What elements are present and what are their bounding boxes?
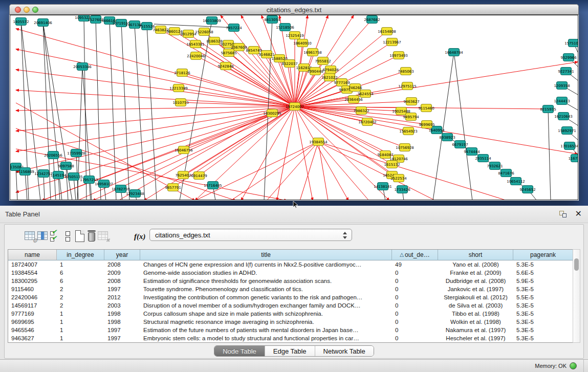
- select-rows-icon[interactable]: ✔ ✔: [49, 230, 62, 243]
- scrollbar-thumb[interactable]: [574, 258, 579, 271]
- table-cell[interactable]: 1: [57, 260, 104, 269]
- graph-node[interactable]: 1244413: [554, 97, 570, 105]
- graph-edge[interactable]: [295, 52, 313, 106]
- vertical-scrollbar[interactable]: [573, 249, 580, 343]
- graph-node[interactable]: 3624554: [357, 90, 374, 98]
- table-cell[interactable]: Wolkin et al. (1998): [438, 318, 513, 326]
- graph-node[interactable]: 7986322: [353, 107, 369, 115]
- graph-edge[interactable]: [295, 106, 313, 200]
- table-cell[interactable]: 5.6E-5: [513, 269, 573, 277]
- graph-node[interactable]: 9184087: [377, 151, 393, 159]
- window-titlebar[interactable]: citations_edges.txt: [9, 4, 579, 15]
- table-cell[interactable]: 0: [392, 269, 438, 277]
- table-cell[interactable]: 9465546: [8, 326, 57, 334]
- table-cell[interactable]: 2012: [104, 293, 140, 301]
- table-cell[interactable]: 6: [57, 277, 104, 285]
- graph-node[interactable]: 1621022: [321, 74, 337, 81]
- column-header-name[interactable]: name: [8, 250, 57, 260]
- graph-node[interactable]: 12213389: [169, 84, 188, 92]
- table-row[interactable]: 1938455462009Genome-wide association stu…: [8, 269, 573, 277]
- graph-node[interactable]: 6914479: [191, 172, 207, 180]
- graph-node[interactable]: 9227341: [558, 68, 574, 75]
- table-row[interactable]: 946362711997Embryonic stem cells: a mode…: [8, 334, 573, 342]
- table-cell[interactable]: 5.3E-5: [513, 318, 573, 326]
- table-cell[interactable]: 2: [57, 301, 104, 310]
- table-cell[interactable]: 1: [57, 334, 104, 342]
- graph-node[interactable]: 2718126: [174, 69, 190, 77]
- table-cell[interactable]: Tourette syndrome. Phenomenology and cla…: [140, 285, 392, 293]
- table-cell[interactable]: 18724007: [8, 260, 57, 269]
- graph-node[interactable]: 7955812: [315, 57, 331, 65]
- table-cell[interactable]: 5.3E-5: [513, 334, 573, 342]
- graph-node[interactable]: 5875685: [221, 49, 236, 57]
- table-row[interactable]: 946554611997Estimation of the future num…: [8, 326, 573, 334]
- table-cell[interactable]: 1997: [104, 285, 140, 293]
- graph-edge[interactable]: [147, 26, 157, 200]
- graph-edge[interactable]: [300, 142, 318, 200]
- table-cell[interactable]: 1: [57, 310, 104, 318]
- column-header-pagerank[interactable]: pagerank: [513, 250, 573, 260]
- table-cell[interactable]: Yano et al. (2008): [438, 260, 513, 269]
- graph-node[interactable]: 14138141: [374, 183, 392, 190]
- graph-node[interactable]: 9777169: [334, 79, 350, 86]
- graph-node[interactable]: 15751074: [564, 39, 578, 47]
- table-cell[interactable]: 2: [57, 285, 104, 293]
- table-cell[interactable]: Hescheler et al. (1997): [438, 334, 513, 342]
- graph-node[interactable]: 16648784: [445, 49, 463, 56]
- graph-node[interactable]: 9329966: [560, 54, 577, 61]
- table-cell[interactable]: Corpus callosum shape and size in male p…: [140, 310, 392, 318]
- table-cell[interactable]: 0: [392, 334, 438, 342]
- graph-node[interactable]: 6679197: [452, 141, 468, 148]
- graph-node[interactable]: 9495794: [403, 113, 419, 121]
- graph-node[interactable]: 7857224: [226, 24, 242, 32]
- network-canvas[interactable]: 1405572206914061095323715276029466160107…: [10, 15, 578, 200]
- table-cell[interactable]: 9777169: [8, 310, 57, 318]
- table-cell[interactable]: 18300295: [8, 277, 57, 285]
- graph-edge[interactable]: [318, 142, 328, 200]
- graph-node[interactable]: 9857791: [165, 184, 181, 191]
- table-cell[interactable]: 0: [392, 277, 438, 285]
- graph-edge[interactable]: [318, 142, 369, 200]
- graph-node[interactable]: 2935114: [475, 155, 491, 162]
- table-cell[interactable]: 5.3E-5: [513, 285, 573, 293]
- graph-node[interactable]: 16033809: [203, 17, 221, 25]
- table-cell[interactable]: Nakamura et al. (1997): [438, 326, 513, 334]
- graph-edge[interactable]: [548, 109, 551, 200]
- table-cell[interactable]: Estimation of significance thresholds fo…: [140, 277, 392, 285]
- table-cell[interactable]: 19384554: [8, 269, 57, 277]
- graph-node[interactable]: 16961758: [303, 49, 322, 56]
- graph-node[interactable]: 8322037: [281, 60, 297, 68]
- graph-edge[interactable]: [318, 142, 435, 200]
- graph-node[interactable]: 10654112: [507, 178, 525, 185]
- graph-node[interactable]: 1990448: [307, 68, 323, 75]
- table-cell[interactable]: Tibbo et al. (1998): [438, 310, 513, 318]
- graph-node[interactable]: 8471676: [498, 169, 514, 177]
- graph-node[interactable]: 9463627: [403, 98, 419, 105]
- graph-edge[interactable]: [195, 142, 318, 200]
- column-header-out_de[interactable]: △out_de…: [392, 250, 438, 260]
- table-cell[interactable]: 2008: [104, 260, 140, 269]
- table-row[interactable]: 1830029562008Estimation of significance …: [8, 277, 573, 285]
- graph-node[interactable]: 20206556: [44, 151, 62, 159]
- table-cell[interactable]: 9699695: [8, 318, 57, 326]
- graph-node[interactable]: 16720402: [358, 118, 377, 126]
- graph-node[interactable]: 19384554: [309, 138, 328, 146]
- table-row[interactable]: 911546021997Tourette syndrome. Phenomeno…: [8, 285, 573, 293]
- graph-edge[interactable]: [16, 90, 295, 106]
- graph-edge[interactable]: [16, 70, 295, 106]
- table-cell[interactable]: 2003: [104, 301, 140, 310]
- table-cell[interactable]: 9115460: [8, 285, 57, 293]
- graph-node[interactable]: 9699695: [419, 121, 434, 128]
- graph-edge[interactable]: [121, 23, 129, 200]
- graph-node[interactable]: 20691406: [34, 19, 52, 27]
- table-cell[interactable]: 0: [392, 318, 438, 326]
- graph-node[interactable]: 8813054: [264, 16, 280, 24]
- graph-edge[interactable]: [226, 66, 295, 106]
- table-cell[interactable]: 0: [392, 310, 438, 318]
- graph-node[interactable]: 8938923: [439, 134, 455, 141]
- graph-node[interactable]: 2522534: [390, 174, 407, 182]
- graph-node[interactable]: 1167534: [568, 155, 578, 162]
- graph-edge[interactable]: [454, 52, 472, 200]
- graph-node[interactable]: 16543381: [186, 40, 205, 48]
- graph-node[interactable]: 15218506: [276, 24, 294, 31]
